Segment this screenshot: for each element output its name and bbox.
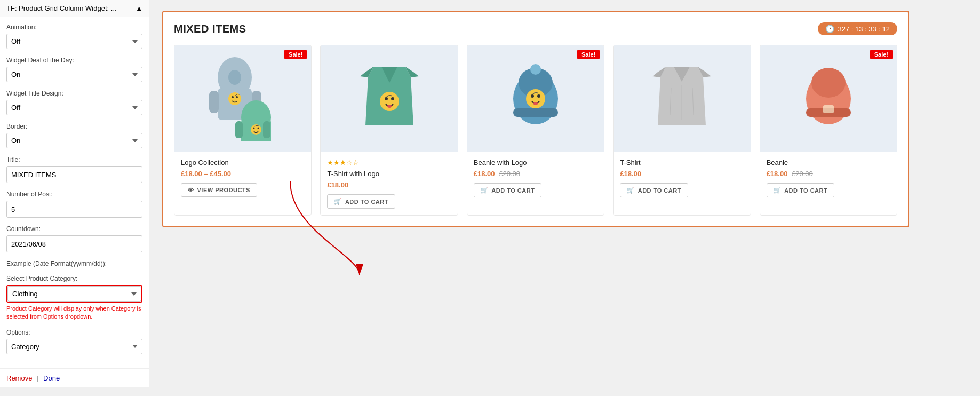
add-to-cart-tshirt-button[interactable]: 🛒 ADD TO CART	[620, 183, 688, 197]
svg-rect-12	[263, 121, 270, 138]
eye-icon: 👁	[188, 187, 194, 193]
cart-icon: 🛒	[334, 198, 342, 205]
product-info-tshirt: T-Shirt £18.00 🛒 ADD TO CART	[614, 152, 750, 215]
countdown-value: 327 : 13 : 33 : 12	[838, 25, 890, 33]
product-image-svg-logo-collection	[205, 56, 280, 141]
clock-icon: 🕐	[825, 25, 834, 33]
product-info-tshirt-with-logo: ★★★☆☆ T-Shirt with Logo £18.00 🛒 ADD TO …	[321, 152, 457, 215]
product-image-tshirt	[614, 45, 750, 152]
title-input[interactable]	[6, 166, 142, 183]
widget-box: MIXED ITEMS 🕐 327 : 13 : 33 : 12 Sale!	[162, 11, 909, 227]
cart-icon-beanie: 🛒	[774, 187, 782, 194]
svg-point-21	[385, 97, 388, 100]
collapse-icon[interactable]: ▲	[136, 4, 142, 12]
options-label: Options:	[6, 329, 142, 336]
svg-point-28	[526, 89, 545, 108]
product-name-tshirt-with-logo: T-Shirt with Logo	[327, 170, 451, 178]
product-name-beanie: Beanie	[767, 159, 890, 167]
cart-icon-beanie-logo: 🛒	[481, 187, 489, 194]
widget-title-design-select[interactable]: OffOn	[6, 100, 142, 115]
product-card-beanie: Sale! Beanie £18.00 £20.	[760, 45, 897, 216]
cart-icon-tshirt: 🛒	[627, 187, 635, 194]
animation-field: Animation: OffOn	[6, 23, 142, 49]
view-products-button[interactable]: 👁 VIEW PRODUCTS	[181, 183, 257, 197]
countdown-label: Countdown:	[6, 225, 142, 233]
product-image-logo-collection: Sale!	[174, 45, 311, 152]
product-image-svg-beanie-with-logo	[504, 56, 568, 141]
svg-point-30	[537, 94, 540, 98]
svg-point-22	[391, 97, 394, 100]
sale-badge-beanie: Sale!	[870, 50, 893, 59]
countdown-input[interactable]	[6, 235, 142, 252]
product-card-tshirt-with-logo: ★★★☆☆ T-Shirt with Logo £18.00 🛒 ADD TO …	[320, 45, 458, 216]
product-info-logo-collection: Logo Collection £18.00 – £45.00 👁 VIEW P…	[174, 152, 311, 215]
product-image-tshirt-with-logo	[321, 45, 457, 152]
product-info-beanie-with-logo: Beanie with Logo £18.00 £20.00 🛒 ADD TO …	[467, 152, 604, 215]
product-price-beanie: £18.00 £20.00	[767, 170, 890, 178]
product-name-beanie-with-logo: Beanie with Logo	[474, 159, 597, 167]
svg-point-20	[380, 92, 399, 111]
date-format-note-field: Example (Date Format(yy/mm/dd)):	[6, 260, 142, 267]
product-price-tshirt-with-logo: £18.00	[327, 181, 451, 189]
widget-title: MIXED ITEMS	[174, 23, 246, 35]
title-label: Title:	[6, 156, 142, 163]
svg-rect-26	[513, 108, 558, 117]
footer-separator: |	[37, 374, 41, 382]
product-name-tshirt: T-Shirt	[620, 159, 744, 167]
widget-title-row: MIXED ITEMS 🕐 327 : 13 : 33 : 12	[174, 22, 897, 35]
product-card-tshirt: T-Shirt £18.00 🛒 ADD TO CART	[613, 45, 751, 216]
add-to-cart-beanie-button[interactable]: 🛒 ADD TO CART	[767, 183, 835, 197]
sidebar-body: Animation: OffOn Widget Deal of the Day:…	[0, 17, 149, 368]
select-product-category-field: Select Product Category: Clothing Access…	[6, 275, 142, 321]
product-image-svg-beanie	[796, 56, 861, 141]
widget-deal-field: Widget Deal of the Day: OffOn	[6, 57, 142, 82]
svg-rect-3	[209, 91, 219, 113]
animation-select[interactable]: OffOn	[6, 34, 142, 49]
product-price-beanie-with-logo: £18.00 £20.00	[474, 170, 597, 178]
category-select-wrapper: Clothing Accessories Hoodies Tshirts	[6, 285, 142, 303]
countdown-badge: 🕐 327 : 13 : 33 : 12	[818, 22, 897, 35]
product-image-svg-tshirt	[650, 56, 714, 141]
options-field: Options: Category Recent Featured Sale	[6, 329, 142, 354]
products-grid: Sale!	[174, 45, 897, 216]
svg-point-13	[251, 124, 261, 135]
sale-badge-beanie-with-logo: Sale!	[577, 50, 600, 59]
widget-deal-select[interactable]: OffOn	[6, 67, 142, 82]
number-of-post-label: Number of Post:	[6, 191, 142, 198]
svg-point-31	[533, 102, 538, 105]
sidebar-panel: TF: Product Grid Column Widget: ... ▲ An…	[0, 0, 149, 387]
svg-point-40	[811, 68, 846, 98]
main-content: MIXED ITEMS 🕐 327 : 13 : 33 : 12 Sale!	[149, 0, 980, 396]
date-format-note-label: Example (Date Format(yy/mm/dd)):	[6, 260, 142, 267]
add-to-cart-tshirt-logo-button[interactable]: 🛒 ADD TO CART	[327, 194, 395, 209]
category-select[interactable]: Clothing Accessories Hoodies Tshirts	[7, 286, 141, 302]
svg-point-27	[530, 64, 541, 75]
done-link[interactable]: Done	[43, 374, 60, 382]
product-image-svg-tshirt-with-logo	[357, 56, 421, 141]
svg-rect-42	[823, 105, 834, 113]
remove-link[interactable]: Remove	[6, 374, 32, 382]
select-product-category-label: Select Product Category:	[6, 275, 142, 282]
svg-point-23	[387, 105, 392, 108]
svg-point-7	[232, 96, 234, 98]
number-of-post-input[interactable]	[6, 201, 142, 218]
title-field: Title:	[6, 156, 142, 183]
options-select[interactable]: Category Recent Featured Sale	[6, 339, 142, 354]
svg-point-8	[236, 96, 238, 98]
product-card-beanie-with-logo: Sale!	[467, 45, 604, 216]
svg-rect-11	[235, 121, 243, 138]
border-select[interactable]: OffOn	[6, 133, 142, 148]
add-to-cart-beanie-logo-button[interactable]: 🛒 ADD TO CART	[474, 183, 542, 197]
product-info-beanie: Beanie £18.00 £20.00 🛒 ADD TO CART	[760, 152, 897, 215]
sidebar: TF: Product Grid Column Widget: ... ▲ An…	[0, 0, 149, 396]
category-note: Product Category will display only when …	[6, 305, 142, 321]
product-price-logo-collection: £18.00 – £45.00	[181, 170, 305, 178]
product-image-beanie-with-logo: Sale!	[467, 45, 604, 152]
product-name-logo-collection: Logo Collection	[181, 159, 305, 167]
sidebar-footer: Remove | Done	[0, 368, 149, 387]
svg-point-29	[531, 94, 534, 98]
svg-point-14	[253, 128, 255, 129]
border-field: Border: OffOn	[6, 123, 142, 148]
widget-title-design-label: Widget Title Design:	[6, 90, 142, 97]
sidebar-header: TF: Product Grid Column Widget: ... ▲	[0, 0, 149, 17]
